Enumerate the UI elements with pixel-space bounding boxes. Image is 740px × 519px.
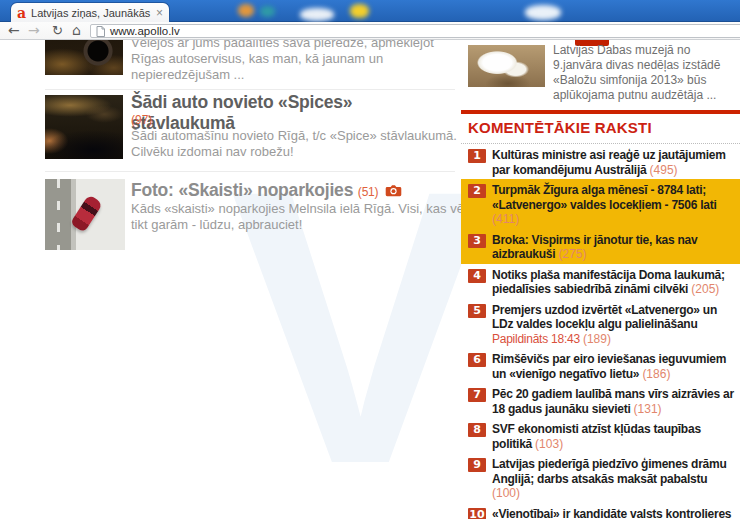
commented-title[interactable]: Turpmāk Žīgura alga mēnesī - 8784 lati; …	[492, 183, 717, 212]
wallpaper-blob	[525, 5, 561, 20]
comment-count: (97)	[131, 113, 152, 127]
divider	[45, 171, 455, 172]
comment-count: (275)	[558, 247, 586, 261]
comment-count: (205)	[691, 282, 719, 296]
sidebar-column: Latvijas Dabas muzejā no 9.janvāra divas…	[461, 40, 740, 519]
section-header: KOMENTĒTĀKIE RAKSTI	[461, 110, 740, 144]
comment-count: (189)	[583, 332, 611, 346]
commented-item-2[interactable]: 2 Turpmāk Žīgura alga mēnesī - 8784 lati…	[461, 179, 740, 229]
comment-count: (103)	[535, 437, 563, 451]
page-content: V Vēlējos ar jums padalīties savā piered…	[0, 40, 740, 519]
wallpaper-blob	[350, 4, 369, 18]
back-button[interactable]: ←	[8, 22, 20, 39]
address-bar[interactable]: www.apollo.lv	[90, 24, 740, 38]
forward-button[interactable]: →	[28, 22, 40, 39]
wallpaper-blob	[260, 6, 275, 17]
comment-count: (100)	[492, 486, 520, 500]
article-thumbnail-redcar[interactable]	[45, 179, 125, 250]
article-body: Vēlējos ar jums padalīties savā pieredzē…	[131, 40, 465, 83]
commented-item-4[interactable]: 4 Notiks plaša manifestācija Doma laukum…	[461, 264, 740, 299]
commented-title[interactable]: Latvijas piederīgā piedzīvo ģimenes drām…	[492, 457, 727, 486]
commented-title[interactable]: Notiks plaša manifestācija Doma laukumā;…	[492, 268, 725, 297]
tab-close-icon[interactable]: ×	[156, 7, 163, 19]
rank-badge: 6	[468, 353, 486, 367]
refresh-button[interactable]: ↻	[52, 22, 63, 39]
commented-item-8[interactable]: 8 SVF ekonomisti atzīst kļūdas taupības …	[461, 418, 740, 453]
rank-badge: 8	[468, 423, 486, 437]
commented-item-1[interactable]: 1 Kultūras ministre asi reaģē uz jautāju…	[461, 144, 740, 179]
comment-count: (51)	[358, 185, 379, 199]
sidebar-top-article[interactable]: Latvijas Dabas muzejā no 9.janvāra divas…	[468, 43, 736, 103]
commented-item-6[interactable]: 6 Rimšēvičs par eiro ieviešanas ieguvumi…	[461, 348, 740, 383]
red-car-shape	[70, 194, 103, 233]
url-text[interactable]: www.apollo.lv	[110, 25, 180, 37]
rank-badge: 10	[468, 508, 486, 519]
rank-badge: 9	[468, 458, 486, 472]
article-thumbnail-dove[interactable]	[468, 45, 545, 87]
comment-count: (131)	[634, 402, 662, 416]
article-body: Šādi automašīnu novieto Rīgā, t/c «Spice…	[131, 128, 483, 160]
commented-title[interactable]: Broka: Vispirms ir jānotur tie, kas nav …	[492, 233, 697, 262]
comment-count: (495)	[650, 163, 678, 177]
commented-title[interactable]: Pēc 20 gadiem laulībā mans vīrs aizrāvie…	[492, 387, 734, 416]
page-icon	[96, 26, 105, 37]
browser-titlebar: a Latvijas ziņas, Jaunākās zi ×	[0, 0, 740, 22]
article-title-text[interactable]: Foto: «Skaisti» noparkojies	[131, 180, 353, 200]
rank-badge: 3	[468, 234, 486, 248]
browser-window: a Latvijas ziņas, Jaunākās zi × ← → ↻ ⌂ …	[0, 0, 740, 519]
browser-tab[interactable]: a Latvijas ziņas, Jaunākās zi ×	[10, 2, 170, 22]
comment-count: (411)	[492, 212, 519, 226]
rank-badge: 5	[468, 304, 486, 318]
divider	[45, 89, 455, 90]
wallpaper-blob	[300, 8, 334, 21]
home-button[interactable]: ⌂	[72, 22, 81, 39]
article-thumbnail-tire[interactable]	[45, 40, 123, 75]
rank-badge: 4	[468, 269, 486, 283]
article-body: Kāds «skaisti» noparkojies Melnsila ielā…	[131, 201, 487, 233]
tab-title: Latvijas ziņas, Jaunākās zi	[31, 7, 151, 19]
highlighted-group: 2 Turpmāk Žīgura alga mēnesī - 8784 lati…	[461, 179, 740, 264]
commented-title[interactable]: Premjers uzdod izvērtēt «Latvenergo» un …	[492, 303, 717, 332]
rank-badge: 7	[468, 388, 486, 402]
article-thumbnail-parking[interactable]	[45, 95, 123, 159]
article-title[interactable]: Foto: «Skaisti» noparkojies (51)	[131, 180, 402, 201]
rank-badge: 2	[468, 184, 486, 198]
commented-title[interactable]: SVF ekonomisti atzīst kļūdas taupības po…	[492, 422, 701, 451]
commented-item-9[interactable]: 9 Latvijas piederīgā piedzīvo ģimenes dr…	[461, 453, 740, 503]
commented-title[interactable]: «Vienotībai» ir kandidāte valsts kontrol…	[492, 507, 731, 519]
camera-icon	[385, 184, 402, 197]
browser-toolbar: ← → ↻ ⌂ www.apollo.lv	[0, 22, 740, 40]
commented-item-7[interactable]: 7 Pēc 20 gadiem laulībā mans vīrs aizrāv…	[461, 383, 740, 418]
rank-badge: 1	[468, 149, 486, 163]
commented-item-5[interactable]: 5 Premjers uzdod izvērtēt «Latvenergo» u…	[461, 299, 740, 349]
commented-item-3[interactable]: 3 Broka: Vispirms ir jānotur tie, kas na…	[461, 229, 740, 264]
wallpaper-blob	[238, 4, 254, 17]
apollo-favicon-icon: a	[17, 6, 26, 20]
commented-title[interactable]: Kultūras ministre asi reaģē uz jautājumi…	[492, 148, 726, 177]
commented-item-10[interactable]: 10 «Vienotībai» ir kandidāte valsts kont…	[461, 503, 740, 519]
comment-count: (186)	[642, 367, 670, 381]
updated-label: Papildināts 18:43	[492, 332, 580, 346]
article-body: Latvijas Dabas muzejā no 9.janvāra divas…	[553, 43, 720, 102]
most-commented-section: KOMENTĒTĀKIE RAKSTI 1 Kultūras ministre …	[461, 110, 740, 519]
commented-title[interactable]: Rimšēvičs par eiro ieviešanas ieguvumiem…	[492, 352, 726, 381]
news-column: Vēlējos ar jums padalīties savā pieredzē…	[45, 40, 457, 519]
